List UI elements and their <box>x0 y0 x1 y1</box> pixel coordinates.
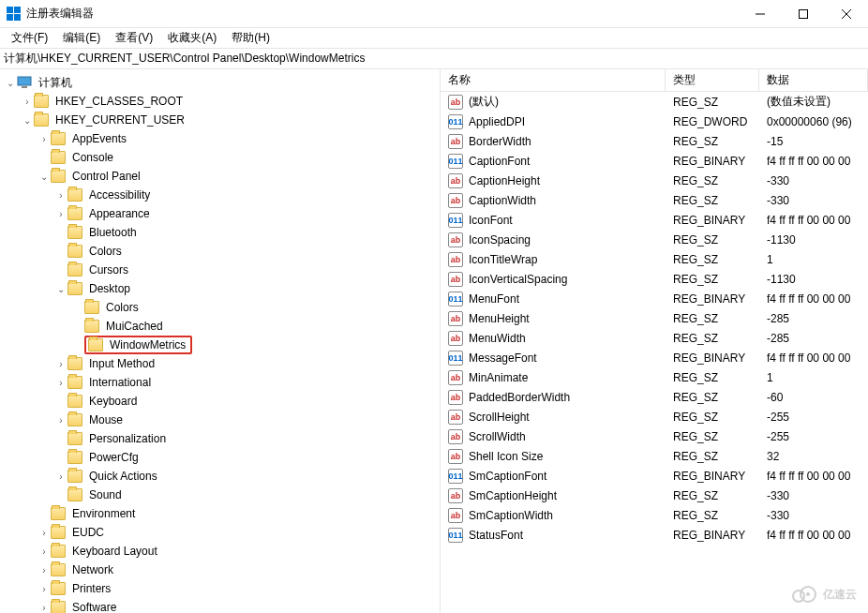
tree-node[interactable]: ›Accessibility <box>0 186 440 204</box>
string-value-icon: ab <box>448 173 463 188</box>
node-label: 计算机 <box>36 74 75 92</box>
value-row[interactable]: abShell Icon SizeREG_SZ32 <box>441 446 868 466</box>
value-row[interactable]: abIconVerticalSpacingREG_SZ-1130 <box>441 269 868 289</box>
value-row[interactable]: abIconTitleWrapREG_SZ1 <box>441 249 868 269</box>
tree-node[interactable]: ⌄Control Panel <box>0 167 440 186</box>
expand-icon[interactable]: › <box>37 546 51 557</box>
tree-node[interactable]: ›EUDC <box>0 523 440 542</box>
tree-node[interactable]: ⌄Desktop <box>0 279 440 298</box>
value-row[interactable]: abMinAnimateREG_SZ1 <box>441 367 868 387</box>
tree-node[interactable]: Bluetooth <box>0 223 440 242</box>
watermark: 亿速云 <box>791 585 857 604</box>
tree-node[interactable]: ›Printers <box>0 579 440 598</box>
address-bar[interactable]: 计算机\HKEY_CURRENT_USER\Control Panel\Desk… <box>0 49 868 69</box>
value-data: f4 ff ff ff 00 00 00 <box>759 292 868 306</box>
collapse-icon[interactable]: ⌄ <box>4 78 17 88</box>
expand-icon[interactable]: › <box>37 565 51 576</box>
tree-node[interactable]: ›Appearance <box>0 204 440 223</box>
value-row[interactable]: abIconSpacingREG_SZ-1130 <box>441 230 868 249</box>
tree-node[interactable]: Personalization <box>0 429 440 448</box>
registry-tree[interactable]: ⌄计算机›HKEY_CLASSES_ROOT⌄HKEY_CURRENT_USER… <box>0 69 441 613</box>
node-label: WindowMetrics <box>107 337 188 352</box>
value-row[interactable]: ab(默认)REG_SZ(数值未设置) <box>441 92 868 112</box>
value-row[interactable]: 011CaptionFontREG_BINARYf4 ff ff ff 00 0… <box>441 151 868 171</box>
col-name[interactable]: 名称 <box>441 69 666 91</box>
tree-node[interactable]: PowerCfg <box>0 448 440 467</box>
node-label: Console <box>69 150 116 165</box>
collapse-icon[interactable]: ⌄ <box>54 284 67 294</box>
folder-icon <box>67 226 82 239</box>
menu-view[interactable]: 查看(V) <box>108 28 160 48</box>
svg-rect-1 <box>800 9 808 18</box>
value-row[interactable]: abMenuWidthREG_SZ-285 <box>441 328 868 348</box>
col-type[interactable]: 类型 <box>666 69 759 91</box>
maximize-button[interactable] <box>782 0 825 28</box>
value-name: BorderWidth <box>469 135 531 148</box>
tree-node[interactable]: ⌄计算机 <box>0 73 440 92</box>
tree-node[interactable]: Sound <box>0 486 440 504</box>
col-data[interactable]: 数据 <box>759 69 868 91</box>
tree-node[interactable]: MuiCached <box>0 317 440 336</box>
value-row[interactable]: 011AppliedDPIREG_DWORD0x00000060 (96) <box>441 112 868 131</box>
expand-icon[interactable]: › <box>37 528 51 538</box>
tree-node[interactable]: ›Quick Actions <box>0 467 440 486</box>
collapse-icon[interactable]: ⌄ <box>37 172 51 182</box>
value-row[interactable]: 011SmCaptionFontREG_BINARYf4 ff ff ff 00… <box>441 466 868 486</box>
expand-icon[interactable]: › <box>37 134 51 144</box>
value-row[interactable]: abCaptionWidthREG_SZ-330 <box>441 190 868 210</box>
tree-node[interactable]: ›Keyboard Layout <box>0 542 440 561</box>
value-row[interactable]: 011MessageFontREG_BINARYf4 ff ff ff 00 0… <box>441 348 868 367</box>
expand-icon[interactable]: › <box>54 415 67 426</box>
collapse-icon[interactable]: ⌄ <box>21 115 34 126</box>
expand-icon[interactable]: › <box>54 378 67 388</box>
value-row[interactable]: abScrollWidthREG_SZ-255 <box>441 426 868 446</box>
value-row[interactable]: 011MenuFontREG_BINARYf4 ff ff ff 00 00 0… <box>441 289 868 308</box>
value-type: REG_SZ <box>666 174 759 187</box>
tree-node[interactable]: ›Network <box>0 561 440 579</box>
tree-node[interactable]: ›AppEvents <box>0 129 440 148</box>
value-row[interactable]: abPaddedBorderWidthREG_SZ-60 <box>441 387 868 407</box>
value-row[interactable]: abScrollHeightREG_SZ-255 <box>441 407 868 426</box>
menu-favorites[interactable]: 收藏夹(A) <box>160 28 224 48</box>
tree-node[interactable]: Environment <box>0 504 440 523</box>
expand-icon[interactable]: › <box>37 584 51 594</box>
value-row[interactable]: abBorderWidthREG_SZ-15 <box>441 131 868 151</box>
value-row[interactable]: abSmCaptionWidthREG_SZ-330 <box>441 505 868 525</box>
expand-icon[interactable]: › <box>54 190 67 201</box>
tree-node[interactable]: Cursors <box>0 261 440 279</box>
minimize-button[interactable] <box>739 0 782 28</box>
string-value-icon: ab <box>448 134 463 149</box>
tree-node[interactable]: Colors <box>0 298 440 317</box>
tree-node[interactable]: ›Software <box>0 598 440 613</box>
folder-icon <box>67 376 82 389</box>
value-data: -255 <box>759 411 868 424</box>
expand-icon[interactable]: › <box>54 359 67 369</box>
list-body[interactable]: ab(默认)REG_SZ(数值未设置)011AppliedDPIREG_DWOR… <box>441 92 868 613</box>
folder-icon <box>51 170 66 183</box>
tree-node[interactable]: Console <box>0 148 440 167</box>
value-row[interactable]: abMenuHeightREG_SZ-285 <box>441 308 868 328</box>
menu-edit[interactable]: 编辑(E) <box>55 28 108 48</box>
tree-node[interactable]: ›International <box>0 373 440 392</box>
value-data: -1130 <box>759 233 868 247</box>
tree-node[interactable]: ›Input Method <box>0 354 440 373</box>
value-row[interactable]: abCaptionHeightREG_SZ-330 <box>441 171 868 190</box>
value-row[interactable]: 011StatusFontREG_BINARYf4 ff ff ff 00 00… <box>441 525 868 545</box>
tree-node[interactable]: Keyboard <box>0 392 440 411</box>
expand-icon[interactable]: › <box>37 603 51 613</box>
menu-file[interactable]: 文件(F) <box>4 28 55 48</box>
value-row[interactable]: 011IconFontREG_BINARYf4 ff ff ff 00 00 0… <box>441 210 868 230</box>
expand-icon[interactable]: › <box>21 97 34 107</box>
value-name: IconTitleWrap <box>469 253 537 266</box>
tree-node[interactable]: ›Mouse <box>0 411 440 429</box>
value-data: -1130 <box>759 273 868 286</box>
tree-node[interactable]: Colors <box>0 242 440 261</box>
tree-node[interactable]: WindowMetrics <box>0 336 440 354</box>
tree-node[interactable]: ⌄HKEY_CURRENT_USER <box>0 111 440 129</box>
value-row[interactable]: abSmCaptionHeightREG_SZ-330 <box>441 486 868 505</box>
menu-help[interactable]: 帮助(H) <box>224 28 277 48</box>
expand-icon[interactable]: › <box>54 209 67 219</box>
tree-node[interactable]: ›HKEY_CLASSES_ROOT <box>0 92 440 111</box>
close-button[interactable] <box>825 0 868 28</box>
value-type: REG_BINARY <box>666 470 759 483</box>
